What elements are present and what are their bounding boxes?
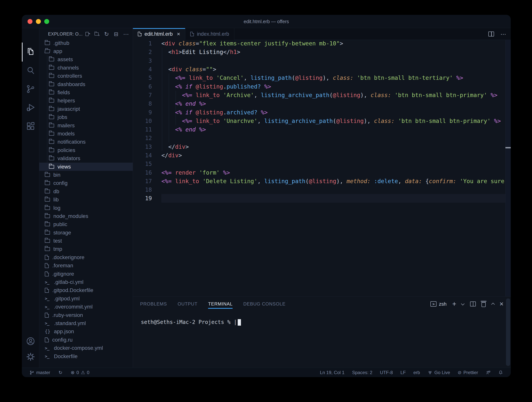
split-terminal-icon[interactable] [470, 301, 476, 306]
code-line-6[interactable]: 6 <% if @listing.published? %> [133, 82, 511, 91]
terminal-content[interactable]: seth@Seths-iMac-2 Projects % | [141, 319, 241, 326]
tree-item-channels[interactable]: channels [39, 64, 133, 72]
tab-index.html.erb[interactable]: index.html.erb [185, 28, 234, 40]
activitybar-run-debug[interactable] [22, 98, 39, 117]
tree-item-.ruby-version[interactable]: .ruby-version [39, 311, 133, 319]
code-line-16[interactable]: 16<%= render 'form' %> [133, 168, 511, 177]
code-line-17[interactable]: 17<%= link_to 'Delete Listing', listing_… [133, 177, 511, 185]
maximize-panel-icon[interactable] [491, 303, 494, 306]
encoding-setting[interactable]: UTF-8 [380, 370, 393, 375]
tree-item-.gitignore[interactable]: .gitignore [39, 270, 133, 278]
prettier-status[interactable]: ⊘ Prettier [458, 370, 478, 375]
code-editor[interactable]: 1<div class="flex items-center justify-b… [133, 39, 511, 203]
tree-item-models[interactable]: models [39, 130, 133, 138]
tree-item-.gitlab-ci.yml[interactable]: >_.gitlab-ci.yml [39, 278, 133, 286]
tree-item-node_modules[interactable]: node_modules [39, 212, 133, 220]
new-folder-icon[interactable] [95, 32, 99, 36]
tree-item-controllers[interactable]: controllers [39, 72, 133, 80]
tree-item-javascript[interactable]: javascript [39, 105, 133, 113]
git-branch-status[interactable]: master [29, 370, 50, 375]
tree-item-lib[interactable]: lib [39, 195, 133, 204]
code-line-3[interactable]: 3 [133, 56, 511, 65]
tree-item-tmp[interactable]: tmp [39, 245, 133, 253]
tree-item-helpers[interactable]: helpers [39, 97, 133, 105]
tree-item-validators[interactable]: validators [39, 154, 133, 162]
tree-item-notifications[interactable]: notifications [39, 138, 133, 146]
panel-tab-output[interactable]: OUTPUT [177, 297, 197, 311]
panel-scrollbar[interactable] [506, 298, 510, 366]
panel-tab-terminal[interactable]: TERMINAL [208, 297, 233, 311]
tree-item-views[interactable]: views [39, 163, 133, 171]
refresh-explorer-icon[interactable]: ↻ [104, 31, 109, 37]
new-terminal-icon[interactable]: + [452, 300, 456, 308]
code-line-13[interactable]: 13 </div> [133, 143, 511, 151]
tree-item-test[interactable]: test [39, 237, 133, 245]
terminal-dropdown-icon[interactable] [461, 302, 464, 305]
close-panel-icon[interactable]: × [500, 300, 504, 308]
collapse-folders-icon[interactable]: ⊟ [114, 31, 118, 37]
code-line-14[interactable]: 14</div> [133, 151, 511, 160]
cursor-position[interactable]: Ln 19, Col 1 [320, 370, 344, 375]
tree-item-app.json[interactable]: {}app.json [39, 328, 133, 336]
close-tab-icon[interactable]: × [177, 31, 180, 37]
tree-item-db[interactable]: db [39, 187, 133, 195]
language-mode[interactable]: erb [413, 370, 420, 375]
code-line-15[interactable]: 15 [133, 160, 511, 168]
tree-item-app[interactable]: app [39, 47, 133, 55]
indentation-setting[interactable]: Spaces: 2 [352, 370, 372, 375]
tree-item-.dockerignore[interactable]: .dockerignore [39, 253, 133, 261]
code-line-8[interactable]: 8 <% end %> [133, 99, 511, 108]
more-actions-icon[interactable]: ⋯ [123, 31, 129, 37]
tab-edit.html.erb[interactable]: edit.html.erb× [133, 28, 185, 40]
tree-item-jobs[interactable]: jobs [39, 113, 133, 121]
activitybar-explorer[interactable] [22, 43, 39, 61]
activitybar-settings[interactable] [22, 348, 39, 366]
activitybar-source-control[interactable] [22, 80, 39, 98]
go-live-button[interactable]: Go Live [428, 370, 450, 375]
code-line-12[interactable]: 12 [133, 134, 511, 142]
tree-item-.gitpod.yml[interactable]: >_.gitpod.yml [39, 294, 133, 303]
editor-more-actions-icon[interactable]: ⋯ [500, 31, 507, 37]
tree-item-Dockerfile[interactable]: >_Dockerfile [39, 352, 133, 360]
tree-item-.foreman[interactable]: .foreman [39, 262, 133, 270]
panel-tab-problems[interactable]: PROBLEMS [140, 297, 167, 311]
code-line-5[interactable]: 5 <%= link_to 'Cancel', listing_path(@li… [133, 73, 511, 82]
tree-item-policies[interactable]: policies [39, 146, 133, 154]
activitybar-extensions[interactable] [22, 117, 39, 135]
code-line-1[interactable]: 1<div class="flex items-center justify-b… [133, 39, 511, 48]
eol-setting[interactable]: LF [400, 370, 406, 375]
notifications-button[interactable] [498, 370, 503, 375]
feedback-button[interactable] [486, 370, 491, 375]
tree-item-docker-compose.yml[interactable]: >_docker-compose.yml [39, 344, 133, 352]
activitybar-search[interactable] [22, 61, 39, 79]
panel-tab-debug-console[interactable]: DEBUG CONSOLE [243, 297, 285, 311]
tree-item-mailers[interactable]: mailers [39, 121, 133, 130]
tree-item-config.ru[interactable]: config.ru [39, 336, 133, 344]
code-line-2[interactable]: 2 <h1>Edit Listing</h1> [133, 48, 511, 56]
tree-item-fields[interactable]: fields [39, 88, 133, 97]
code-line-18[interactable]: 18 [133, 185, 511, 194]
new-file-icon[interactable] [85, 32, 89, 36]
tree-item-bin[interactable]: bin [39, 171, 133, 179]
tree-item-config[interactable]: config [39, 179, 133, 187]
code-line-4[interactable]: 4 <div class=""> [133, 65, 511, 73]
split-editor-icon[interactable] [488, 32, 494, 37]
code-line-7[interactable]: 7 <%= link_to 'Archive', listing_archive… [133, 91, 511, 99]
tree-item-assets[interactable]: assets [39, 55, 133, 64]
kill-terminal-icon[interactable] [481, 302, 486, 307]
editor-scrollbar[interactable] [505, 40, 511, 296]
sync-button[interactable]: ↻ [58, 370, 62, 375]
code-line-19[interactable]: 19 [133, 194, 511, 202]
problems-status[interactable]: ⊗ 0 ⚠ 0 [71, 370, 89, 375]
tree-item-dashboards[interactable]: dashboards [39, 80, 133, 88]
tree-item-.github[interactable]: .github [39, 39, 133, 47]
tree-item-log[interactable]: log [39, 204, 133, 212]
code-line-10[interactable]: 10 <%= link_to 'Unarchve', listing_archi… [133, 117, 511, 125]
code-line-9[interactable]: 9 <% if @listing.archived? %> [133, 108, 511, 117]
tree-item-.standard.yml[interactable]: >_.standard.yml [39, 319, 133, 327]
tree-item-.gitpod.Dockerfile[interactable]: .gitpod.Dockerfile [39, 286, 133, 294]
tree-item-public[interactable]: public [39, 220, 133, 228]
code-line-11[interactable]: 11 <% end %> [133, 125, 511, 134]
tree-item-storage[interactable]: storage [39, 228, 133, 237]
tree-item-.overcommit.yml[interactable]: >_.overcommit.yml [39, 303, 133, 311]
